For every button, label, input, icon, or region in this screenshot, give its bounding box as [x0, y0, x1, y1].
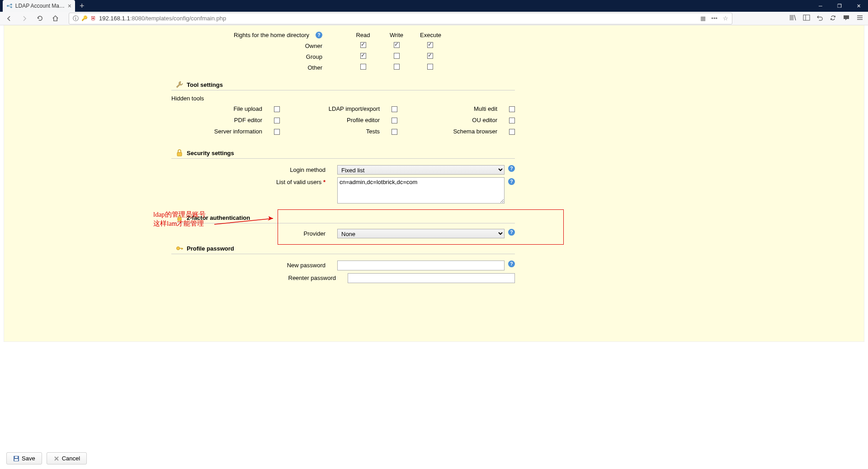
rights-checkbox[interactable] — [394, 64, 400, 70]
save-icon — [13, 455, 19, 462]
provider-select[interactable]: None — [337, 229, 505, 238]
section-tool-settings: Tool settings — [171, 80, 515, 90]
valid-users-row: List of valid users * ? — [171, 177, 515, 205]
browser-tab[interactable]: LDAP Account Manager Con × — [3, 0, 75, 12]
new-password-row: New password ? — [171, 261, 515, 270]
svg-rect-12 — [15, 456, 18, 458]
new-password-label: New password — [171, 261, 337, 269]
hidden-tool-label: Profile editor — [289, 117, 380, 123]
rights-checkbox[interactable] — [394, 53, 400, 59]
login-method-select[interactable]: Fixed list — [337, 165, 505, 175]
info-icon[interactable]: ⓘ — [73, 14, 79, 23]
hidden-tool-label: Server information — [171, 128, 262, 135]
rights-checkbox[interactable] — [427, 42, 433, 48]
library-icon[interactable] — [789, 14, 797, 23]
browser-title-bar: LDAP Account Manager Con × + ─ ❐ ✕ — [0, 0, 868, 12]
hidden-tool-checkbox[interactable] — [274, 106, 280, 112]
back-button[interactable] — [3, 12, 15, 25]
url-security-icons: ⓘ 🔑 ⛨ — [73, 14, 96, 23]
minimize-button[interactable]: ─ — [811, 0, 830, 12]
reenter-password-row: Reenter password — [171, 273, 515, 283]
hidden-tool-item: OU editor — [406, 117, 515, 123]
wrench-icon — [175, 80, 184, 89]
rights-checkbox[interactable] — [360, 53, 366, 59]
section-security-settings: Security settings — [171, 148, 515, 159]
shield-slash-icon[interactable]: ⛨ — [90, 15, 96, 22]
hidden-tool-checkbox[interactable] — [274, 129, 280, 135]
page-viewport[interactable]: Rights for the home directory ? Read Wri… — [0, 25, 868, 469]
key-icon[interactable]: 🔑 — [81, 15, 88, 21]
hidden-tool-item: File upload — [171, 105, 280, 112]
chat-icon[interactable] — [843, 14, 850, 23]
save-button[interactable]: Save — [6, 452, 42, 464]
rights-col-execute: Execute — [420, 32, 440, 38]
hidden-tool-item: LDAP import/export — [289, 105, 397, 112]
hidden-tool-checkbox[interactable] — [509, 129, 515, 135]
hidden-tool-checkbox[interactable] — [509, 106, 515, 112]
bookmark-star-icon[interactable]: ☆ — [723, 15, 728, 22]
reenter-password-input[interactable] — [348, 273, 515, 283]
hidden-tool-checkbox[interactable] — [509, 118, 515, 123]
login-method-row: Login method Fixed list ? — [171, 165, 515, 175]
url-bar[interactable]: ⓘ 🔑 ⛨ 192.168.1.1:8080/templates/config/… — [69, 13, 732, 24]
hidden-tool-checkbox[interactable] — [392, 106, 397, 112]
reload-button[interactable] — [33, 12, 46, 25]
help-icon[interactable]: ? — [508, 178, 515, 185]
login-method-label: Login method — [171, 165, 337, 173]
new-tab-button[interactable]: + — [75, 1, 89, 11]
sidebar-icon[interactable] — [803, 14, 810, 23]
maximize-button[interactable]: ❐ — [830, 0, 849, 12]
reenter-password-label: Reenter password — [171, 273, 348, 281]
hidden-tool-checkbox[interactable] — [392, 129, 397, 135]
rights-checkbox[interactable] — [360, 64, 366, 70]
hidden-tool-item: Tests — [289, 128, 397, 135]
qr-icon[interactable]: ▦ — [700, 15, 706, 22]
rights-checkbox[interactable] — [427, 64, 433, 70]
rights-checkbox[interactable] — [360, 42, 366, 48]
rights-row: Group — [171, 53, 515, 60]
help-icon[interactable]: ? — [316, 32, 322, 38]
browser-toolbar: ⓘ 🔑 ⛨ 192.168.1.1:8080/templates/config/… — [0, 12, 868, 25]
undo-icon[interactable] — [816, 14, 823, 23]
hidden-tool-item: Server information — [171, 128, 280, 135]
hidden-tool-label: Multi edit — [406, 105, 497, 112]
valid-users-textarea[interactable] — [337, 177, 505, 204]
hidden-tool-checkbox[interactable] — [274, 118, 280, 123]
hidden-tools-label: Hidden tools — [171, 90, 515, 105]
hidden-tool-label: LDAP import/export — [289, 105, 380, 112]
svg-rect-3 — [803, 15, 810, 20]
url-text: 192.168.1.1:8080/templates/config/confma… — [99, 15, 226, 22]
tab-favicon-icon — [6, 3, 13, 9]
rights-row: Other — [171, 64, 515, 71]
help-icon[interactable]: ? — [508, 261, 515, 267]
hidden-tool-label: Schema browser — [406, 128, 497, 135]
rights-checkbox[interactable] — [427, 53, 433, 59]
svg-marker-9 — [268, 216, 273, 221]
valid-users-label: List of valid users — [276, 179, 321, 185]
more-url-icon[interactable]: ••• — [711, 15, 717, 22]
rights-col-read: Read — [353, 32, 373, 38]
cancel-button[interactable]: Cancel — [47, 452, 87, 464]
help-icon[interactable]: ? — [508, 229, 515, 236]
forward-button[interactable] — [18, 12, 31, 25]
tab-close-icon[interactable]: × — [68, 2, 71, 9]
hidden-tool-label: Tests — [289, 128, 380, 135]
hidden-tool-item: Multi edit — [406, 105, 515, 112]
hidden-tool-item: PDF editor — [171, 117, 280, 123]
rights-header-row: Rights for the home directory ? Read Wri… — [171, 32, 515, 38]
hidden-tool-label: File upload — [171, 105, 262, 112]
new-password-input[interactable] — [337, 261, 505, 270]
tab-title: LDAP Account Manager Con — [15, 3, 65, 9]
hidden-tool-item: Schema browser — [406, 128, 515, 135]
lock-icon — [175, 148, 184, 157]
rights-row-label: Owner — [171, 43, 330, 49]
rights-checkbox[interactable] — [394, 42, 400, 48]
close-window-button[interactable]: ✕ — [849, 0, 868, 12]
home-button[interactable] — [49, 12, 61, 25]
menu-icon[interactable] — [856, 14, 863, 23]
rights-label: Rights for the home directory — [234, 32, 309, 38]
rights-col-write: Write — [387, 32, 406, 38]
hidden-tool-checkbox[interactable] — [392, 118, 397, 123]
sync-icon[interactable] — [830, 14, 836, 23]
help-icon[interactable]: ? — [508, 165, 515, 172]
